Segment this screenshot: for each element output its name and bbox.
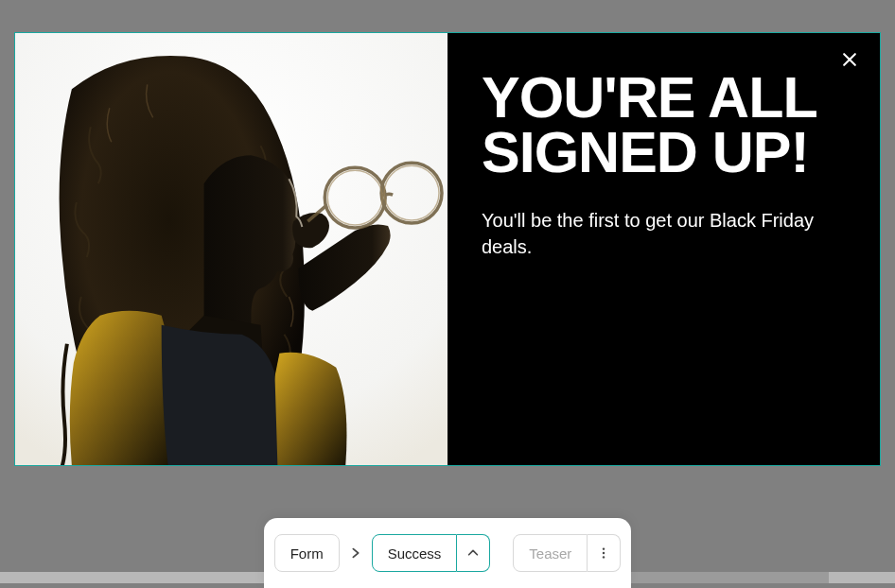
modal-content-panel: YOU'RE ALL SIGNED UP! You'll be the firs…: [448, 33, 880, 465]
modal-subtext: You'll be the first to get our Black Fri…: [482, 207, 832, 260]
signup-success-modal: YOU'RE ALL SIGNED UP! You'll be the firs…: [14, 32, 881, 466]
step-teaser-group: Teaser: [513, 534, 621, 572]
close-icon: [840, 50, 859, 69]
step-teaser-button[interactable]: Teaser: [513, 534, 588, 572]
step-form-button[interactable]: Form: [274, 534, 340, 572]
step-success-button[interactable]: Success: [372, 534, 458, 572]
step-teaser-more-button[interactable]: [588, 534, 621, 572]
modal-hero-image: [15, 33, 448, 465]
svg-point-6: [603, 552, 605, 554]
svg-point-5: [603, 547, 605, 549]
step-success-group: Success: [372, 534, 491, 572]
step-form-label: Form: [290, 545, 324, 562]
step-toolbar: Form Success Teaser: [264, 518, 631, 588]
step-success-label: Success: [388, 545, 442, 562]
more-vertical-icon: [597, 546, 610, 560]
close-button[interactable]: [836, 46, 863, 73]
modal-headline: YOU'RE ALL SIGNED UP!: [482, 71, 834, 181]
step-success-expand-button[interactable]: [457, 534, 490, 572]
svg-point-7: [603, 556, 605, 558]
chevron-right-icon: [349, 545, 362, 561]
step-teaser-label: Teaser: [529, 545, 571, 562]
chevron-up-icon: [466, 546, 480, 560]
